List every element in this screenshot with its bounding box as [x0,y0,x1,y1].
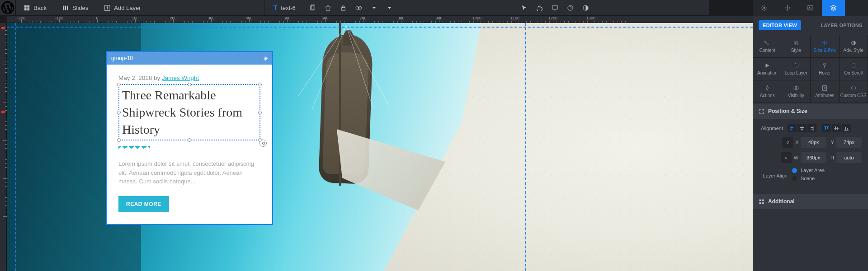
post-date: May 2, 2018 [118,75,152,81]
help-button[interactable] [563,0,578,15]
back-label: Back [33,5,47,11]
post-meta: May 2, 2018 by James Wright [118,75,260,81]
svg-rect-5 [65,5,66,10]
text-layer-icon: T [274,4,278,11]
wordpress-logo[interactable] [0,0,16,16]
svg-rect-10 [342,7,345,10]
svg-rect-1 [27,5,29,7]
ruler-marker [1,111,5,113]
visibility-button[interactable] [351,0,367,15]
toolbar-right [517,0,709,15]
delete-button[interactable] [321,0,336,15]
add-layer-label: Add Layer [114,5,141,11]
add-layer-button[interactable]: Add Layer [96,0,149,15]
slides-button[interactable]: Slides [55,0,96,15]
resize-handle-bl[interactable] [117,138,121,142]
undo-button[interactable] [532,0,547,15]
dropdown-caret-button[interactable] [367,0,382,15]
post-heading[interactable]: Three Remarkable Shipwreck Stories from … [122,87,257,138]
toolbar-left: Back Slides Add Layer [16,0,149,15]
svg-rect-13 [552,5,557,9]
group-label: group-10 [111,55,133,61]
more-caret-button[interactable] [382,0,397,15]
resize-handle-mr[interactable] [258,111,262,114]
group-menu-icon[interactable]: ◈ [264,55,268,61]
vertical-ruler [0,23,7,221]
preview-desktop-button[interactable] [547,0,563,15]
selected-layer-selector[interactable]: T text-6 [264,0,305,15]
pointer-tool-button[interactable] [517,0,532,15]
horizontal-ruler: -200-10001002003004005006007008009001000… [7,16,709,23]
resize-handle-bm[interactable] [188,138,191,142]
boat-graphic [269,34,409,201]
svg-point-12 [358,7,360,9]
copy-button[interactable] [305,0,321,15]
top-toolbar: Back Slides Add Layer T text-6 [0,0,709,16]
contrast-button[interactable] [578,0,594,15]
svg-rect-4 [63,5,64,10]
resize-handle-ml[interactable] [117,111,121,114]
group-layer[interactable]: group-10 ◈ May 2, 2018 by James Wright T… [106,51,273,221]
resize-handle-tm[interactable] [188,83,191,86]
editor-canvas[interactable]: group-10 ◈ May 2, 2018 by James Wright T… [7,23,709,221]
selected-layer-name: text-6 [281,5,296,11]
svg-rect-3 [27,8,29,10]
ruler-marker [1,27,5,29]
svg-rect-0 [24,5,27,7]
slides-label: Slides [72,5,88,11]
svg-rect-6 [67,5,68,10]
back-button[interactable]: Back [16,0,55,15]
selected-text-layer[interactable]: Three Remarkable Shipwreck Stories from … [118,84,260,140]
svg-rect-2 [24,8,27,10]
toolbar-center: T text-6 [264,0,402,15]
guide-vertical-left[interactable] [15,23,16,221]
post-excerpt: Lorem ipsum dolor sit amet, consectetuer… [118,159,260,186]
guide-vertical-right[interactable] [525,23,526,221]
resize-handle-tl[interactable] [117,83,121,86]
guide-horizontal-top[interactable] [7,27,709,28]
group-header[interactable]: group-10 ◈ [107,52,272,65]
read-more-button[interactable]: READ MORE [118,196,169,212]
zigzag-divider [118,146,150,151]
lock-button[interactable] [336,0,351,15]
resize-handle-tr[interactable] [258,83,262,86]
post-author-link[interactable]: James Wright [162,75,199,81]
rotate-handle[interactable]: ⟲ [259,140,267,147]
